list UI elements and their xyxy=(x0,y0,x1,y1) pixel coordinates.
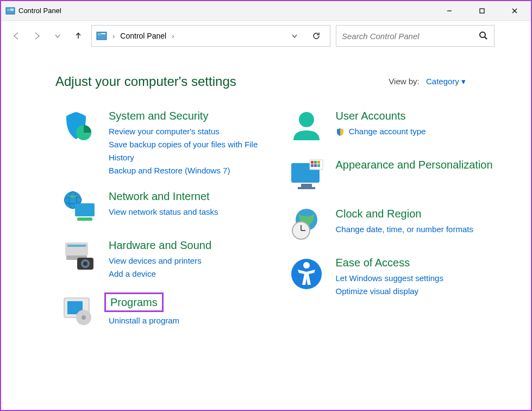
clock-globe-icon xyxy=(288,207,325,244)
search-icon[interactable] xyxy=(479,31,489,41)
category-title[interactable]: System and Security xyxy=(109,109,272,123)
page-title: Adjust your computer's settings xyxy=(55,74,236,89)
shield-small-icon xyxy=(336,128,345,136)
svg-point-24 xyxy=(83,261,87,266)
content: System and Security Review your computer… xyxy=(1,99,531,341)
svg-rect-2 xyxy=(10,9,14,10)
printer-camera-icon xyxy=(61,238,98,275)
svg-rect-38 xyxy=(314,164,317,167)
category-link[interactable]: Change date, time, or number formats xyxy=(336,223,499,236)
main-header: Adjust your computer's settings View by:… xyxy=(1,51,531,99)
minimize-button[interactable] xyxy=(433,1,466,21)
svg-rect-10 xyxy=(101,33,105,34)
shield-icon xyxy=(61,109,98,146)
monitor-colors-icon xyxy=(288,158,325,195)
programs-icon xyxy=(61,292,98,329)
category-link[interactable]: Review your computer's status xyxy=(109,125,272,138)
category-title[interactable]: Clock and Region xyxy=(336,207,499,221)
toolbar: › Control Panel › xyxy=(1,21,531,51)
category-appearance: Appearance and Personalization xyxy=(288,158,499,195)
close-button[interactable] xyxy=(498,1,531,21)
control-panel-icon xyxy=(5,6,15,16)
svg-point-11 xyxy=(480,32,485,38)
svg-rect-19 xyxy=(65,242,88,256)
titlebar-controls xyxy=(433,1,531,21)
category-link[interactable]: Add a device xyxy=(109,267,272,281)
svg-rect-37 xyxy=(311,164,314,167)
left-column: System and Security Review your computer… xyxy=(61,109,272,341)
chevron-right-icon[interactable]: › xyxy=(172,32,174,40)
category-link[interactable]: Uninstall a program xyxy=(109,314,272,327)
address-bar-icon xyxy=(96,31,107,41)
view-by-label: View by: xyxy=(389,77,419,86)
svg-rect-5 xyxy=(480,9,484,13)
category-link[interactable]: Let Windows suggest settings xyxy=(336,272,499,285)
category-link[interactable]: View network status and tasks xyxy=(109,205,272,219)
window-title: Control Panel xyxy=(18,7,433,15)
svg-rect-9 xyxy=(98,33,101,35)
category-title[interactable]: Hardware and Sound xyxy=(109,238,272,252)
svg-point-29 xyxy=(299,112,314,127)
svg-rect-18 xyxy=(77,217,92,221)
svg-rect-3 xyxy=(10,10,14,11)
category-user-accounts: User Accounts Change account type xyxy=(288,109,499,146)
category-link[interactable]: View devices and printers xyxy=(109,254,272,267)
view-by-dropdown[interactable]: Category ▾ xyxy=(426,77,466,86)
category-title[interactable]: Appearance and Personalization xyxy=(336,158,499,172)
maximize-button[interactable] xyxy=(466,1,498,21)
svg-rect-17 xyxy=(75,203,95,216)
svg-rect-32 xyxy=(298,187,315,189)
category-title[interactable]: Network and Internet xyxy=(109,189,272,203)
user-icon xyxy=(288,109,325,146)
category-title[interactable]: Ease of Access xyxy=(336,256,499,270)
up-button[interactable] xyxy=(71,28,86,43)
forward-button[interactable] xyxy=(29,28,45,43)
titlebar: Control Panel xyxy=(1,1,531,21)
svg-rect-20 xyxy=(67,245,86,247)
address-bar[interactable]: › Control Panel › xyxy=(91,25,330,47)
svg-rect-39 xyxy=(317,164,320,167)
category-link[interactable]: Optimize visual display xyxy=(336,285,499,298)
svg-rect-36 xyxy=(317,161,320,164)
category-link[interactable]: Change account type xyxy=(336,125,499,138)
back-button[interactable] xyxy=(9,28,24,43)
accessibility-icon xyxy=(288,256,325,292)
refresh-button[interactable] xyxy=(307,31,326,41)
category-ease-of-access: Ease of Access Let Windows suggest setti… xyxy=(288,256,499,298)
category-link[interactable]: Save backup copies of your files with Fi… xyxy=(109,138,272,164)
recent-dropdown[interactable] xyxy=(50,28,65,43)
address-dropdown[interactable] xyxy=(285,32,304,40)
search-box[interactable] xyxy=(336,25,495,47)
view-by: View by: Category ▾ xyxy=(389,77,466,86)
svg-rect-31 xyxy=(301,184,312,187)
category-clock-region: Clock and Region Change date, time, or n… xyxy=(288,207,499,244)
svg-rect-1 xyxy=(7,9,10,11)
category-system-security: System and Security Review your computer… xyxy=(61,109,272,177)
category-hardware-sound: Hardware and Sound View devices and prin… xyxy=(61,238,272,281)
category-title[interactable]: User Accounts xyxy=(336,109,499,123)
category-network-internet: Network and Internet View network status… xyxy=(61,189,272,226)
search-input[interactable] xyxy=(342,32,479,41)
svg-line-12 xyxy=(485,37,487,39)
breadcrumb-item[interactable]: Control Panel xyxy=(120,32,166,40)
category-programs: Programs Uninstall a program xyxy=(61,292,272,329)
category-link[interactable]: Backup and Restore (Windows 7) xyxy=(109,164,272,177)
svg-point-28 xyxy=(82,315,86,320)
svg-rect-35 xyxy=(314,161,317,164)
chevron-right-icon: › xyxy=(112,32,115,40)
svg-rect-34 xyxy=(311,161,314,164)
svg-point-45 xyxy=(303,262,310,269)
category-title-programs[interactable]: Programs xyxy=(104,292,164,312)
right-column: User Accounts Change account type Appear… xyxy=(288,109,499,341)
globe-monitor-icon xyxy=(61,189,98,226)
